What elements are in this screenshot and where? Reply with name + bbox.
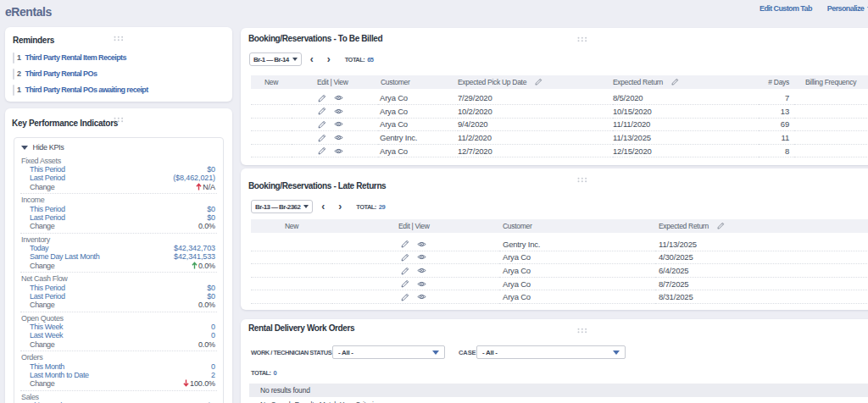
- to-be-billed-title: Booking/Reservations - To Be Billed: [248, 34, 382, 43]
- status-filter-value: - All -: [338, 349, 353, 356]
- kpi-label[interactable]: This Period: [30, 165, 65, 174]
- kpi-label[interactable]: Same Day Last Month: [30, 252, 99, 261]
- edit-custom-tab-link[interactable]: Edit Custom Tab: [760, 4, 812, 13]
- personalize-link[interactable]: Personalize: [827, 4, 864, 13]
- edit-pencil-icon[interactable]: [318, 134, 326, 142]
- edit-pencil-icon[interactable]: [401, 240, 409, 248]
- kpi-label[interactable]: Last Month to Date: [30, 371, 89, 379]
- column-header[interactable]: Billing Frequency: [794, 75, 868, 89]
- kpi-label[interactable]: Last Period: [30, 213, 65, 222]
- range-select[interactable]: Br-13 — Br-2362: [251, 200, 313, 213]
- reminder-link[interactable]: Third Party Rental POs: [25, 69, 97, 78]
- kpi-value: 0.0%: [192, 262, 215, 270]
- total-label: TOTAL:29: [356, 203, 385, 211]
- edit-pencil-icon[interactable]: [318, 107, 326, 115]
- table-header-row: NewEdit | ViewCustomerExpected Return: [251, 219, 868, 233]
- return-date-cell: 4/30/2025: [655, 251, 868, 264]
- status-filter-select[interactable]: - All -: [332, 345, 445, 359]
- column-header[interactable]: Expected Return: [655, 219, 868, 233]
- kpi-label[interactable]: Last Week: [30, 331, 63, 340]
- new-cell: [251, 233, 332, 251]
- view-eye-icon[interactable]: [334, 94, 343, 102]
- table-row[interactable]: Arya Co8/31/2025: [251, 290, 868, 304]
- kpi-separator: [20, 312, 217, 312]
- late-returns-portlet: Booking/Reservations - Late Returns Br-1…: [241, 168, 868, 310]
- edit-pencil-icon[interactable]: [318, 146, 326, 155]
- table-row[interactable]: Gentry Inc.11/2/202011/13/202511: [251, 131, 868, 145]
- reminder-bar: [13, 69, 14, 80]
- view-eye-icon[interactable]: [334, 134, 343, 141]
- kpi-label[interactable]: This Month: [30, 362, 64, 371]
- column-header[interactable]: Expected Return: [613, 75, 759, 89]
- column-header[interactable]: Customer: [378, 75, 458, 89]
- column-header[interactable]: Expected Pick Up Date: [458, 75, 613, 89]
- late-returns-pager: Br-13 — Br-2362 ‹ › TOTAL:29: [251, 200, 385, 213]
- kpi-separator: [20, 390, 217, 391]
- view-eye-icon[interactable]: [417, 280, 426, 288]
- edit-pencil-icon[interactable]: [401, 253, 409, 262]
- view-eye-icon[interactable]: [334, 108, 343, 115]
- kpi-value: $42,341,533: [174, 252, 215, 261]
- reminder-link[interactable]: Third Party Rental POs awaiting receipt: [25, 86, 148, 94]
- page-prev-button[interactable]: ‹: [318, 200, 328, 213]
- case-filter-select[interactable]: - All -: [476, 345, 626, 359]
- view-eye-icon[interactable]: [334, 147, 343, 155]
- view-eye-icon[interactable]: [417, 267, 426, 274]
- edit-pencil-icon[interactable]: [318, 120, 326, 129]
- kpi-row: This Period$0: [20, 284, 217, 292]
- column-header[interactable]: New: [251, 219, 332, 233]
- new-cell: [251, 251, 332, 264]
- kpi-group-name: Income: [20, 196, 217, 204]
- drag-handle-icon[interactable]: [576, 322, 587, 337]
- column-header[interactable]: Edit | View: [292, 75, 378, 89]
- kpi-value: $0: [207, 284, 215, 292]
- days-cell: 7: [759, 89, 794, 105]
- drag-handle-icon[interactable]: [576, 171, 587, 186]
- view-eye-icon[interactable]: [417, 240, 426, 248]
- edit-pencil-icon[interactable]: [401, 293, 409, 301]
- table-row[interactable]: Arya Co4/30/2025: [251, 251, 868, 264]
- column-header[interactable]: New: [251, 75, 292, 89]
- kpi-separator: [20, 193, 217, 194]
- page-next-button[interactable]: ›: [335, 200, 345, 213]
- table-row[interactable]: Gentry Inc.11/13/2025: [251, 233, 868, 251]
- drag-handle-icon[interactable]: [576, 30, 587, 46]
- view-eye-icon[interactable]: [417, 293, 426, 301]
- edit-pencil-icon[interactable]: [401, 279, 409, 288]
- kpi-value: 0.0%: [198, 301, 215, 309]
- table-row[interactable]: Arya Co12/7/202012/15/20208: [251, 144, 868, 157]
- kpi-label[interactable]: This Period: [30, 284, 65, 292]
- view-eye-icon[interactable]: [417, 253, 426, 261]
- to-be-billed-pager: Br-1 — Br-14 ‹ › TOTAL:65: [249, 52, 373, 66]
- table-row[interactable]: Arya Co10/2/202010/15/202013: [251, 105, 868, 119]
- page-next-button[interactable]: ›: [324, 52, 334, 66]
- days-cell: 8: [759, 144, 794, 157]
- page-prev-button[interactable]: ‹: [307, 52, 317, 66]
- column-header[interactable]: Customer: [499, 219, 655, 233]
- kpi-label[interactable]: Last Period: [30, 174, 65, 182]
- kpi-label[interactable]: Today: [30, 244, 48, 252]
- edit-pencil-icon[interactable]: [318, 94, 326, 102]
- kpi-label[interactable]: This Period: [30, 205, 65, 213]
- customer-cell: Arya Co: [378, 89, 458, 105]
- kpi-label[interactable]: Last Period: [30, 292, 65, 301]
- range-select[interactable]: Br-1 — Br-14: [249, 52, 302, 66]
- kpi-toggle[interactable]: Hide KPIs: [21, 141, 217, 153]
- reminder-count: 2: [17, 69, 25, 78]
- table-row[interactable]: Arya Co9/4/202011/11/202069: [251, 118, 868, 131]
- column-header[interactable]: Edit | View: [332, 219, 499, 233]
- kpi-group: Fixed AssetsThis Period$0Last Period($8,…: [20, 157, 217, 191]
- view-eye-icon[interactable]: [334, 120, 343, 128]
- reminder-link[interactable]: Third Party Rental Item Receipts: [25, 53, 126, 62]
- reminder-bar: [13, 85, 14, 96]
- work-orders-total: TOTAL:0: [251, 369, 276, 377]
- column-header[interactable]: # Days: [759, 75, 794, 89]
- kpi-row: Last Month to Date2: [20, 371, 217, 379]
- drag-handle-icon[interactable]: [114, 30, 125, 45]
- kpi-label[interactable]: This Week: [30, 323, 63, 331]
- edit-pencil-icon[interactable]: [401, 267, 409, 275]
- table-row[interactable]: Arya Co6/4/2025: [251, 264, 868, 278]
- customer-cell: Gentry Inc.: [378, 131, 458, 145]
- table-row[interactable]: Arya Co7/29/20208/5/20207: [251, 89, 868, 105]
- table-row[interactable]: Arya Co8/7/2025: [251, 277, 868, 290]
